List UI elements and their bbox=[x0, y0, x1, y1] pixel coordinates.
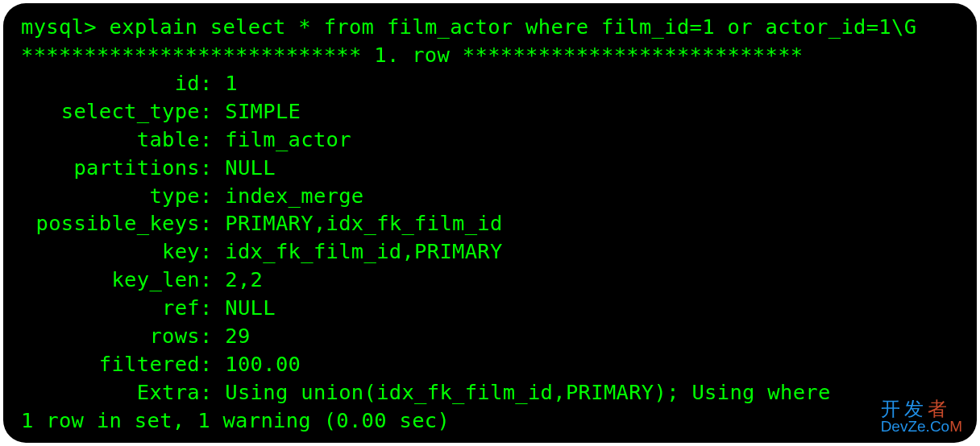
explain-row-partitions: partitions: NULL bbox=[21, 154, 959, 182]
field-label: ref bbox=[21, 294, 200, 322]
field-value: index_merge bbox=[225, 184, 363, 208]
watermark: 开发者 DevZe.CoM bbox=[881, 399, 962, 435]
field-separator: : bbox=[200, 239, 225, 263]
explain-row-possible-keys: possible_keys: PRIMARY,idx_fk_film_id bbox=[21, 209, 959, 237]
field-separator: : bbox=[200, 295, 225, 320]
row-divider: *************************** 1. row *****… bbox=[21, 43, 803, 67]
field-value: 1 bbox=[225, 71, 238, 95]
field-separator: : bbox=[200, 155, 225, 180]
field-separator: : bbox=[200, 71, 225, 95]
field-value: 100.00 bbox=[225, 352, 301, 376]
field-separator: : bbox=[200, 127, 225, 151]
field-value: 29 bbox=[225, 324, 250, 348]
field-separator: : bbox=[200, 99, 225, 123]
terminal-window[interactable]: mysql> explain select * from film_actor … bbox=[3, 3, 977, 443]
field-separator: : bbox=[200, 380, 225, 404]
field-value: Using union(idx_fk_film_id,PRIMARY); Usi… bbox=[225, 380, 830, 404]
field-value: NULL bbox=[225, 295, 276, 320]
watermark-line2: DevZe.CoM bbox=[881, 419, 962, 435]
sql-command: explain select * from film_actor where f… bbox=[97, 14, 916, 39]
explain-row-type: type: index_merge bbox=[21, 182, 959, 210]
field-label: Extra bbox=[21, 378, 200, 407]
field-label: select_type bbox=[21, 97, 200, 126]
explain-row-key-len: key_len: 2,2 bbox=[21, 266, 959, 294]
field-value: NULL bbox=[225, 155, 276, 180]
field-separator: : bbox=[200, 184, 225, 208]
field-value: 2,2 bbox=[225, 267, 263, 291]
explain-row-ref: ref: NULL bbox=[21, 294, 959, 322]
field-label: key_len bbox=[21, 266, 200, 294]
field-label: partitions bbox=[21, 154, 200, 182]
explain-row-rows: rows: 29 bbox=[21, 322, 959, 350]
field-separator: : bbox=[200, 324, 225, 348]
field-value: film_actor bbox=[225, 127, 351, 151]
field-value: idx_fk_film_id,PRIMARY bbox=[225, 239, 502, 263]
field-separator: : bbox=[200, 211, 225, 235]
field-label: rows bbox=[21, 322, 200, 350]
explain-row-extra: Extra: Using union(idx_fk_film_id,PRIMAR… bbox=[21, 378, 959, 407]
explain-row-table: table: film_actor bbox=[21, 126, 959, 154]
watermark-line1: 开发者 bbox=[881, 399, 962, 419]
field-label: key bbox=[21, 237, 200, 266]
explain-row-select-type: select_type: SIMPLE bbox=[21, 97, 959, 126]
field-label: id bbox=[21, 69, 200, 97]
field-label: table bbox=[21, 126, 200, 154]
field-separator: : bbox=[200, 267, 225, 291]
mysql-prompt: mysql> bbox=[21, 14, 97, 39]
field-separator: : bbox=[200, 352, 225, 376]
explain-row-key: key: idx_fk_film_id,PRIMARY bbox=[21, 237, 959, 266]
explain-row-id: id: 1 bbox=[21, 69, 959, 97]
result-footer: 1 row in set, 1 warning (0.00 sec) bbox=[21, 408, 450, 432]
field-label: type bbox=[21, 182, 200, 210]
field-label: possible_keys bbox=[21, 209, 200, 237]
field-value: SIMPLE bbox=[225, 99, 301, 123]
terminal-content: mysql> explain select * from film_actor … bbox=[21, 13, 959, 435]
field-value: PRIMARY,idx_fk_film_id bbox=[225, 211, 502, 235]
explain-row-filtered: filtered: 100.00 bbox=[21, 350, 959, 378]
field-label: filtered bbox=[21, 350, 200, 378]
